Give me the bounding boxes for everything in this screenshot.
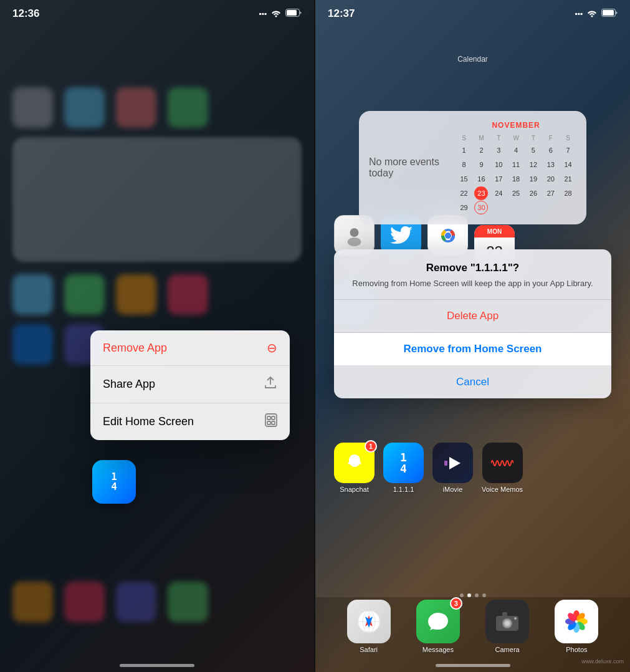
cal-day-empty5 <box>561 201 575 214</box>
left-status-bar: 12:36 ▪▪▪ <box>0 0 314 27</box>
cal-header-s2: S <box>560 133 576 143</box>
cal-day-9: 9 <box>474 158 488 171</box>
cal-day-1: 1 <box>457 143 471 157</box>
snapchat-icon: 1 <box>334 443 375 483</box>
app-grid: 1 Snapchat 14 1.1.1.1 iMovie <box>334 443 611 493</box>
menu-item-share-app[interactable]: Share App <box>90 366 290 403</box>
cal-day-8: 8 <box>457 158 471 171</box>
signal-icon: ▪▪▪ <box>259 9 267 18</box>
menu-item-remove-app[interactable]: Remove App ⊖ <box>90 330 290 366</box>
svg-rect-1 <box>287 10 297 16</box>
svg-rect-28 <box>502 612 507 616</box>
svg-rect-16 <box>444 461 447 466</box>
left-phone: 12:36 ▪▪▪ 14 Remove App ⊖ <box>0 0 314 672</box>
app-voice-memos: Voice Memos <box>482 443 523 493</box>
snapchat-badge: 1 <box>365 440 377 453</box>
dock-camera[interactable]: Camera <box>485 600 529 653</box>
dock: Safari 3 Messages <box>334 600 611 653</box>
calendar-days-grid: S M T W T F S 1 2 3 4 5 6 7 <box>456 133 576 214</box>
safari-name: Safari <box>360 646 378 653</box>
menu-item-edit-home[interactable]: Edit Home Screen <box>90 403 290 440</box>
edit-home-icon <box>265 413 277 430</box>
right-status-bar: 12:37 ▪▪▪ <box>315 0 630 27</box>
share-app-label: Share App <box>103 378 155 391</box>
context-menu: Remove App ⊖ Share App Edit Home Screen <box>90 330 290 440</box>
voice-memos-name: Voice Memos <box>482 486 523 493</box>
right-phone: 12:37 ▪▪▪ No more events today <box>315 0 630 672</box>
svg-rect-6 <box>272 421 275 425</box>
photos-icon <box>555 600 598 643</box>
app-icon-1111-left[interactable]: 14 <box>92 460 136 504</box>
dock-photos[interactable]: Photos <box>555 600 598 653</box>
cal-day-15: 15 <box>457 172 471 186</box>
cal-day-23-today: 23 <box>474 186 488 200</box>
cal-day-29: 29 <box>457 201 471 214</box>
left-status-icons: ▪▪▪ <box>259 9 302 19</box>
cal-day-4: 4 <box>509 143 523 157</box>
calendar-label: Calendar <box>334 55 611 64</box>
cal-day-empty3 <box>527 201 540 214</box>
cal-day-11: 11 <box>509 158 523 171</box>
cancel-button[interactable]: Cancel <box>334 366 611 398</box>
cal-day-empty4 <box>544 201 558 214</box>
calendar-widget: No more events today NOVEMBER S M T W T … <box>359 111 586 224</box>
cal-day-12: 12 <box>527 158 540 171</box>
svg-marker-15 <box>449 457 461 469</box>
cal-day-13: 13 <box>544 158 558 171</box>
alert-message: Removing from Home Screen will keep the … <box>344 278 601 289</box>
svg-point-27 <box>505 621 510 626</box>
cancel-label: Cancel <box>456 376 489 388</box>
alert-dialog: Remove "1.1.1.1"? Removing from Home Scr… <box>334 249 611 398</box>
cal-day-20: 20 <box>544 172 558 186</box>
1111-icon: 14 <box>383 443 424 483</box>
alert-content: Remove "1.1.1.1"? Removing from Home Scr… <box>334 249 611 300</box>
remove-app-label: Remove App <box>103 342 167 355</box>
cal-header-s1: S <box>456 133 472 143</box>
svg-point-29 <box>514 617 517 620</box>
voice-memos-icon <box>482 443 523 483</box>
no-events-text: No more events today <box>369 156 449 179</box>
cal-header-f: F <box>542 133 559 143</box>
battery-icon <box>285 9 302 19</box>
svg-rect-4 <box>272 416 275 420</box>
cal-day-empty2 <box>509 201 523 214</box>
dock-messages[interactable]: 3 Messages <box>416 600 460 653</box>
delete-app-label: Delete App <box>447 310 499 322</box>
messages-icon: 3 <box>416 600 460 643</box>
edit-home-label: Edit Home Screen <box>103 415 194 428</box>
svg-rect-8 <box>603 10 614 16</box>
cal-header-w: W <box>508 133 525 143</box>
remove-home-label: Remove from Home Screen <box>403 343 542 355</box>
1111-name: 1.1.1.1 <box>393 486 414 493</box>
calendar-grid: NOVEMBER S M T W T F S 1 2 3 4 <box>456 121 576 214</box>
app-imovie: iMovie <box>432 443 473 493</box>
cal-header-t2: T <box>525 133 542 143</box>
svg-rect-3 <box>267 416 270 420</box>
cal-day-2: 2 <box>474 143 488 157</box>
remove-from-home-screen-button[interactable]: Remove from Home Screen <box>334 333 611 366</box>
dock-safari[interactable]: Safari <box>347 600 391 653</box>
imovie-name: iMovie <box>443 486 463 493</box>
cal-day-28: 28 <box>561 186 575 200</box>
right-wifi-icon <box>586 9 598 19</box>
calendar-month: NOVEMBER <box>456 121 576 130</box>
cal-day-26: 26 <box>527 186 540 200</box>
safari-icon <box>347 600 391 643</box>
cal-day-3: 3 <box>492 143 505 157</box>
cal-day-22: 22 <box>457 186 471 200</box>
messages-badge: 3 <box>450 597 462 610</box>
left-time: 12:36 <box>12 7 39 20</box>
delete-app-button[interactable]: Delete App <box>334 300 611 333</box>
right-time: 12:37 <box>328 7 355 20</box>
app-1111: 14 1.1.1.1 <box>383 443 424 493</box>
cal-day-30: 30 <box>474 201 488 214</box>
cal-day-10: 10 <box>492 158 505 171</box>
camera-name: Camera <box>495 646 520 653</box>
svg-rect-5 <box>267 421 270 425</box>
photos-name: Photos <box>566 646 587 653</box>
right-signal-icon: ▪▪▪ <box>575 9 583 18</box>
app-snapchat: 1 Snapchat <box>334 443 375 493</box>
cal-day-empty1 <box>492 201 505 214</box>
svg-point-10 <box>348 238 361 246</box>
cal-header-m: M <box>473 133 490 143</box>
